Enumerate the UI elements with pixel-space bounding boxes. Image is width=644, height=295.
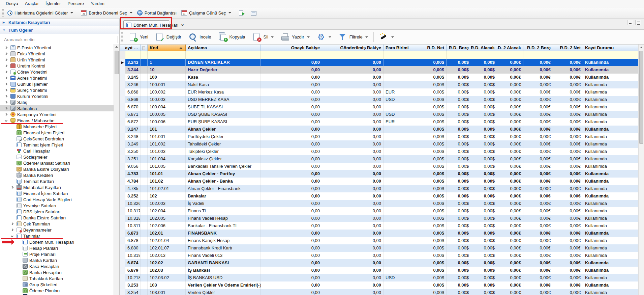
table-row[interactable]: 3.245100Kasa0,000,000,00$0,00$0,00$0,00€…	[120, 74, 638, 81]
sidebar-item-sözleşmeler[interactable]: Sözleşmeler	[0, 154, 114, 160]
expander-collapsed-icon[interactable]	[3, 77, 9, 79]
sidebar-item-faks-yönetimi[interactable]: Faks Yönetimi	[0, 51, 114, 57]
sidebar-item-üretim-kontrol[interactable]: Üretim Kontrol	[0, 63, 114, 69]
sidebar-item-teminat-kartları[interactable]: Teminat Kartları	[0, 178, 114, 184]
kopyala-button[interactable]: Kopyala	[215, 31, 249, 43]
column-header-rd2borc[interactable]: R.D. 2 Borç	[523, 45, 553, 51]
menu-dosya[interactable]: Dosya	[3, 0, 21, 7]
expander-expanded-icon[interactable]	[3, 119, 9, 122]
table-row[interactable]: 10.218102.03.02İŞ BANKAIS USD0,000,00USD…	[120, 274, 638, 281]
sidebar-item-çek-tanımları[interactable]: Çek Tanımları	[0, 221, 114, 227]
filter-cell-kayit[interactable]	[125, 51, 141, 59]
filter-cell-rdalacak[interactable]	[471, 51, 497, 59]
sidebar-item-muhasebe-fişleri[interactable]: Muhasebe Fişleri	[0, 124, 114, 130]
expander-collapsed-icon[interactable]	[3, 107, 9, 109]
expander-collapsed-icon[interactable]	[3, 83, 9, 85]
column-header-rd2net[interactable]: R.D. 2 Net	[553, 45, 583, 51]
sil-button[interactable]: Sil	[249, 31, 277, 43]
sidebar-item-mutabakat-kayıtları[interactable]: Mutabakat Kayıtları	[0, 184, 114, 190]
sidebar-scrollbar[interactable]	[114, 44, 119, 295]
expander-expanded-icon[interactable]	[9, 235, 15, 237]
table-row[interactable]: 3.24410Hazır Değerler0,000,000,00$0,00$0…	[120, 66, 638, 74]
filter-cell-rd2borc[interactable]	[523, 51, 553, 59]
sidebar-item-beyannameler[interactable]: Beyannameler	[0, 227, 114, 233]
export-button[interactable]	[237, 8, 245, 17]
table-row[interactable]: 4.785101.02.01Alınan Çekler - Finansbank…	[120, 185, 638, 192]
restore-button[interactable]	[635, 20, 641, 25]
değiştir-button[interactable]: Değiştir	[152, 31, 185, 43]
column-header-rd2alacak[interactable]: R.D. 2 Alacak	[497, 45, 523, 51]
filter-cell-rdborc[interactable]	[447, 51, 471, 59]
column-header-para[interactable]: Para Birimi	[384, 45, 418, 51]
menu-i-şlemler[interactable]: İşlemler	[42, 0, 64, 7]
sidebar-item-cari-hesap-vade-bilgileri[interactable]: Cari Hesap Vade Bilgileri	[0, 196, 114, 203]
sidebar-item-banka-kredileri[interactable]: Banka Kredileri	[0, 172, 114, 178]
filter-cell-gonderilmis[interactable]	[322, 51, 384, 59]
filter-cell-rd2net[interactable]	[553, 51, 583, 59]
table-row[interactable]: 6.873102.01FİNANSBANK0,000,000,00$0,00$0…	[120, 230, 638, 237]
toolbar-grip[interactable]	[2, 9, 4, 17]
table-row[interactable]: 3.248101.001Portföydeki Çekler0,000,000,…	[120, 133, 638, 140]
column-header-rdnet[interactable]: R.D. Net	[418, 45, 447, 51]
sidebar-item-adres-yönetimi[interactable]: Adres Yönetimi	[0, 75, 114, 81]
çalışma-günü-seç-button[interactable]: Çalışma Günü Seç	[179, 8, 234, 17]
sidebar-group-user-shortcuts[interactable]: ▶ Kullanıcı Kısayolları	[0, 19, 119, 26]
scroll-up-button[interactable]	[114, 44, 119, 50]
sidebar-item-yevmiye-satırları[interactable]: Yevmiye Satırları	[0, 203, 114, 209]
table-row[interactable]: 10.318102.005Finans Vadeli Hesap0,000,00…	[120, 215, 638, 222]
filter-cell-durum[interactable]	[583, 51, 639, 59]
table-row[interactable]: 3.252102Bankalar0,000,000,00$0,00$0,00$0…	[120, 192, 638, 200]
yeni-button[interactable]: Yeni	[125, 31, 152, 43]
search-input[interactable]	[2, 36, 118, 43]
table-row[interactable]: 10.326102.003İş Vadeli0,000,000,00$0,00$…	[120, 200, 638, 207]
table-row[interactable]: 4.784101.02Alınan Çekler - Banka0,000,00…	[120, 178, 638, 185]
table-row[interactable]: 6.868100.002EUR Merkez Kasa0,000,00EUR0,…	[120, 88, 638, 96]
table-row[interactable]: 3.253103Verilen Çekler Ve Ödeme Emirleri…	[120, 281, 638, 289]
sidebar-item-dbs-i-şlem-satırları[interactable]: DBS İşlem Satırları	[0, 209, 114, 215]
sidebar-item-finans-muhasebe[interactable]: Finans / Muhasebe	[0, 117, 114, 124]
scrollbar-thumb[interactable]	[639, 51, 643, 144]
sidebar-item-cari-hesaplar[interactable]: Cari Hesaplar	[0, 148, 114, 154]
table-row[interactable]: 3.250101.003Takipteki Çekler0,000,000,00…	[120, 148, 638, 155]
sidebar-item-ödeme-tahsilat-satırları[interactable]: Ödeme/Tahsilat Satırları	[0, 160, 114, 166]
table-row[interactable]: 6.874102.02GARANTİ BANKASI0,000,000,00$0…	[120, 259, 638, 267]
filter-cell-para[interactable]	[384, 51, 418, 59]
table-row[interactable]: 6.870100.004ŞUBE TL KASASI0,000,000,00$0…	[120, 103, 638, 111]
table-row[interactable]: 6.872100.006EUR ŞUBE KASASI0,000,00EUR0,…	[120, 118, 638, 126]
sidebar-item-süreç-yönetimi[interactable]: Süreç Yönetimi	[0, 87, 114, 93]
table-row[interactable]: 10.317102.004Finans TL0,000,000,00$0,00$…	[120, 207, 638, 215]
sidebar-group-all-items[interactable]: ▼ Tüm Öğeler	[0, 26, 119, 34]
table-row[interactable]: 6.878102.01.04Finans Karışık Hesap0,000,…	[120, 237, 638, 244]
sidebar-item-e-posta-yönetimi[interactable]: E-Posta Yönetimi	[0, 45, 114, 51]
sidebar-item-finansal-i-şlem-satırları[interactable]: Finansal İşlem Satırları	[0, 190, 114, 196]
expander-collapsed-icon[interactable]	[9, 186, 15, 188]
close-icon[interactable]: ×	[181, 23, 184, 28]
expander-collapsed-icon[interactable]	[3, 101, 9, 103]
i-ncele-button[interactable]: İncele	[185, 31, 215, 43]
column-header-kod[interactable]: Kod	[148, 45, 186, 51]
menu-pencere[interactable]: Pencere	[65, 0, 87, 7]
grid-scrollbar[interactable]	[638, 45, 644, 295]
settings-button[interactable]	[313, 31, 335, 43]
expander-collapsed-icon[interactable]	[3, 71, 9, 73]
notes-button[interactable]	[248, 8, 259, 17]
table-row[interactable]: 3.251101.004Karşılıksız Çekler0,000,000,…	[120, 155, 638, 163]
menu-yardım[interactable]: Yardım	[88, 0, 108, 7]
bordro-dönemi-seç-button[interactable]: Bordro Dönemi Seç	[79, 8, 134, 17]
column-header-aciklama[interactable]: Açıklama	[186, 45, 261, 51]
sidebar-item-satınalma[interactable]: Satınalma	[0, 105, 114, 111]
column-header-kayit[interactable]: Kayıt …	[125, 45, 141, 51]
sidebar-item-dönem-muh-hesapları[interactable]: Dönem Muh. Hesapları	[0, 239, 114, 245]
table-row[interactable]: 3.249101.002Tahsildeki Çekler0,000,000,0…	[120, 140, 638, 148]
column-header-rdborc[interactable]: R.D. Borç	[447, 45, 471, 51]
filter-cell-kod[interactable]	[148, 51, 186, 59]
table-row[interactable]: 3.254103.001Verilen Çekler0,000,000,00$0…	[120, 289, 638, 295]
table-row[interactable]: 6.879102.03İŞ Bankası0,000,000,00$0,00$0…	[120, 267, 638, 274]
sidebar-item-banka-ekstre-dosyaları[interactable]: Banka Ekstre Dosyaları	[0, 166, 114, 172]
filter-cell-rd2alacak[interactable]	[497, 51, 523, 59]
sidebar-item-çek-senet-bordroları[interactable]: Çek/Senet Bordroları	[0, 136, 114, 142]
table-row[interactable]: 4.783101.01Alınan Çekler - Portfoy0,000,…	[120, 170, 638, 178]
hatırlatma-öğelerini-göster-button[interactable]: Hatırlatma Öğelerini Göster	[5, 8, 75, 17]
sidebar-item-kampanya-yönetimi[interactable]: Kampanya Yönetimi	[0, 111, 114, 117]
scrollbar-thumb[interactable]	[115, 51, 119, 74]
